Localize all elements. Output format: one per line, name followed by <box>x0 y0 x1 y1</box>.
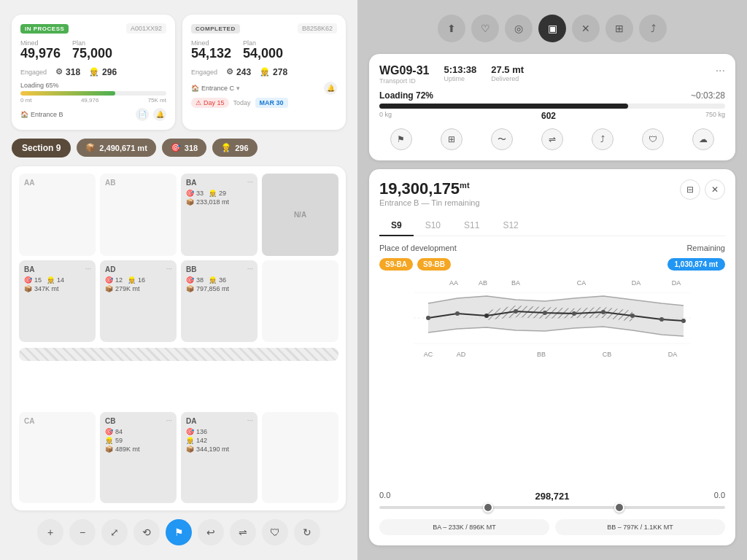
cell-AD-dots[interactable]: ··· <box>166 265 172 273</box>
vehicle-loading: Loading 72% ~0:03:28 0 kg 602 750 kg <box>379 90 725 121</box>
card-in-process: IN PROCESS A001XX92 Mined 49,976 Plan 75… <box>12 15 175 130</box>
stat-pill-volume[interactable]: 📦 2,490,671 mt <box>77 139 155 157</box>
slider-thumb-left[interactable] <box>483 502 493 513</box>
plan-metric-2: Plan 54,000 <box>243 39 283 61</box>
zoom-in-button[interactable]: + <box>37 519 63 545</box>
svg-point-15 <box>681 319 686 323</box>
svg-text:BA: BA <box>511 279 520 287</box>
grid-button[interactable]: ▣ <box>538 15 566 42</box>
cell-AB[interactable]: AB <box>100 174 177 256</box>
circle-button[interactable]: ◎ <box>505 15 533 42</box>
heart-button[interactable]: ♡ <box>471 15 499 42</box>
card-id-2: B8258K62 <box>298 23 337 34</box>
target-icon: 🎯 <box>171 143 181 152</box>
truck-icon: 👷 <box>89 67 99 77</box>
gear-icon: ⚙ <box>55 67 63 77</box>
vehicle-icon-cloud[interactable]: ☁ <box>692 128 714 150</box>
flag-button[interactable]: ⚑ <box>166 519 192 545</box>
tab-s11[interactable]: S11 <box>452 216 491 236</box>
slider-values: 0.0 298,721 0.0 <box>379 491 725 502</box>
refresh-button[interactable]: ↻ <box>294 519 320 545</box>
status-badge-in-process: IN PROCESS <box>20 24 69 34</box>
card-metrics-2: Mined 54,132 Plan 54,000 <box>191 39 337 61</box>
tag-s9ba[interactable]: S9-BA <box>379 258 413 271</box>
box-icon-cb: 📦 <box>105 446 113 453</box>
card-metrics-1: Mined 49,976 Plan 75,000 <box>20 39 166 61</box>
cell-BA2-dots[interactable]: ··· <box>85 265 91 273</box>
undo-button[interactable]: ↩ <box>198 519 224 545</box>
swap-button[interactable]: ⇌ <box>230 519 256 545</box>
data-panel: 19,300,175mt Entrance B — Tin remaining … <box>369 169 735 545</box>
cell-BB-stat1: 🎯 38 👷 36 <box>186 276 252 284</box>
vehicle-icon-shield[interactable]: 🛡 <box>642 128 664 150</box>
transport-id-value: WG09-31 <box>379 64 429 77</box>
day-badge[interactable]: ⚠ Day 15 <box>191 98 229 108</box>
cell-BB-dots[interactable]: ··· <box>247 265 253 273</box>
plan-value: 75,000 <box>72 46 112 61</box>
stat-vehicles-value: 318 <box>185 144 198 152</box>
card-icon-bell-2[interactable]: 🔔 <box>324 82 337 95</box>
slider-thumb-right[interactable] <box>614 502 624 513</box>
rotate-button[interactable]: ⟲ <box>133 519 160 545</box>
cell-BA[interactable]: BA ··· 🎯 33 👷 29 📦 233,018 mt <box>181 174 258 256</box>
bottom-tags: BA – 233K / 896K MT BB – 797K / 1.1KK MT <box>379 519 725 535</box>
expand-button[interactable]: ⤢ <box>101 519 128 545</box>
cell-DA-dots[interactable]: ··· <box>247 416 253 424</box>
cell-NA: N/A <box>262 174 338 256</box>
weight-max: 750 kg <box>705 111 725 121</box>
vehicle-icon-flag[interactable]: ⚑ <box>390 128 412 150</box>
truck-icon-2: 👷 <box>260 67 270 77</box>
cell-empty-row2-4 <box>262 260 338 343</box>
range-mid-1: 49,976 <box>81 97 98 104</box>
cell-CA[interactable]: CA <box>19 412 96 503</box>
card-icon-file[interactable]: 📄 <box>136 108 149 121</box>
more-button[interactable]: ··· <box>716 64 725 77</box>
cross-button[interactable]: ✕ <box>572 15 600 42</box>
weight-min: 0 kg <box>379 111 392 121</box>
loading-time-value: ~0:03:28 <box>691 90 725 101</box>
entrance-icon-1: 🏠 <box>20 111 28 118</box>
cell-AD-label: AD <box>105 265 171 273</box>
cell-CB[interactable]: CB ··· 🎯 84 👷 59 📦 489K mt <box>100 412 177 503</box>
loading-value-1: 👷 296 <box>89 67 117 77</box>
cell-DA[interactable]: DA ··· 🎯 136 👷 142 📦 344,190 mt <box>181 412 258 503</box>
zoom-out-button[interactable]: − <box>69 519 96 545</box>
cell-CB-dots[interactable]: ··· <box>166 416 172 424</box>
tab-s12[interactable]: S12 <box>491 216 530 236</box>
cell-BA-dots[interactable]: ··· <box>247 178 253 186</box>
card-completed: COMPLETED B8258K62 Mined 54,132 Plan 54,… <box>182 15 346 130</box>
stat-pill-workers[interactable]: 👷 296 <box>212 139 257 157</box>
vehicle-icon-grid[interactable]: ⊞ <box>441 128 462 150</box>
shield-button[interactable]: 🛡 <box>262 519 288 545</box>
grid2-button[interactable]: ⊞ <box>605 15 633 42</box>
slider-track[interactable] <box>379 506 725 509</box>
section-pill[interactable]: Section 9 <box>12 139 71 158</box>
tag-s9bb[interactable]: S9-BB <box>417 258 451 271</box>
stat-pill-vehicles[interactable]: 🎯 318 <box>162 139 206 157</box>
tab-s10[interactable]: S10 <box>414 216 452 236</box>
bottom-tag-bb[interactable]: BB – 797K / 1.1KK MT <box>555 519 725 535</box>
filter-button[interactable]: ⊟ <box>680 179 700 200</box>
bottom-tag-ba[interactable]: BA – 233K / 896K MT <box>379 519 549 535</box>
cell-AD[interactable]: AD ··· 🎯 12 👷 16 📦 279K mt <box>100 260 177 343</box>
delivered-value: 27.5 mt <box>491 64 524 75</box>
card-icon-bell[interactable]: 🔔 <box>153 108 166 121</box>
upload-button[interactable]: ⬆ <box>438 15 465 42</box>
vehicle-icon-swap2[interactable]: ⤴ <box>592 128 614 150</box>
cell-BA2-stat1: 🎯 15 👷 14 <box>24 276 90 284</box>
tab-s9[interactable]: S9 <box>379 216 414 236</box>
engaged-value-1: ⚙ 318 <box>55 67 80 77</box>
cell-DA-stat1: 🎯 136 <box>186 428 252 435</box>
cell-AA[interactable]: AA <box>19 174 96 256</box>
cell-BB[interactable]: BB ··· 🎯 38 👷 36 📦 797,856 mt <box>181 260 258 343</box>
vehicle-icon-wave[interactable]: 〜 <box>491 128 513 150</box>
cell-DA-stat3: 📦 344,190 mt <box>186 446 252 453</box>
vehicle-icon-arrows[interactable]: ⇌ <box>541 128 563 150</box>
svg-text:CB: CB <box>603 351 612 358</box>
svg-text:AD: AD <box>457 351 466 358</box>
share-button[interactable]: ⤴ <box>639 15 667 42</box>
close-button[interactable]: ✕ <box>705 179 725 200</box>
data-subtitle: Entrance B — Tin remaining <box>379 198 480 207</box>
cell-CB-label: CB <box>105 417 171 425</box>
cell-BA2[interactable]: BA ··· 🎯 15 👷 14 📦 347K mt <box>19 260 96 343</box>
